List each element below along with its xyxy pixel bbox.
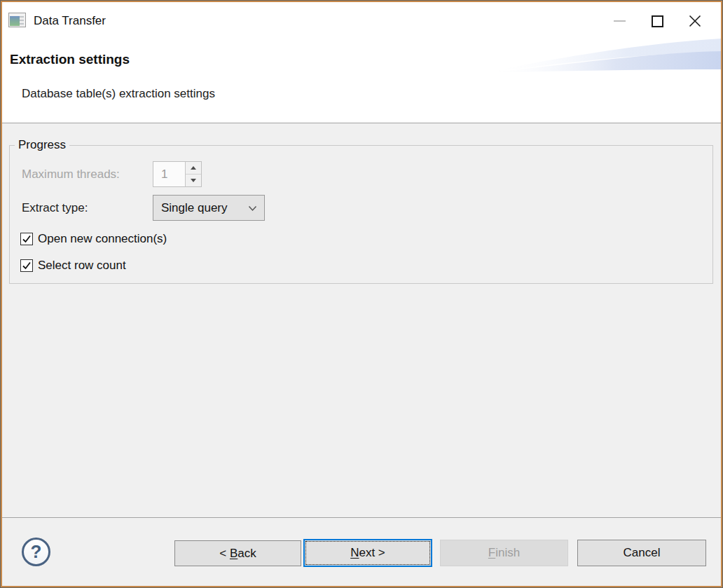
back-button-label: < Back	[219, 547, 256, 561]
question-mark-icon: ?	[31, 541, 42, 563]
minimize-icon	[614, 20, 626, 22]
checkbox-select-row-count[interactable]: Select row count	[20, 259, 126, 273]
max-threads-label: Maximum threads:	[22, 167, 120, 182]
cancel-button-label: Cancel	[624, 546, 661, 560]
footer-separator	[2, 517, 721, 518]
titlebar[interactable]: Data Transfer	[2, 2, 721, 40]
checkbox-label: Select row count	[38, 259, 126, 273]
checkbox-open-new-connections[interactable]: Open new connection(s)	[20, 232, 167, 246]
chevron-down-icon	[248, 205, 257, 212]
window-controls	[600, 2, 714, 40]
page-title: Extraction settings	[10, 52, 130, 67]
close-icon	[688, 14, 702, 28]
extract-type-value: Single query	[161, 201, 228, 215]
data-transfer-window: Data Transfer	[0, 0, 723, 588]
check-icon	[22, 234, 32, 244]
arrow-up-icon	[191, 166, 196, 170]
page-subtitle: Database table(s) extraction settings	[22, 87, 215, 101]
max-threads-value: 1	[153, 162, 185, 186]
checkbox-label: Open new connection(s)	[38, 232, 167, 246]
window-title: Data Transfer	[34, 2, 106, 40]
progress-group: Progress Maximum threads: 1 Extract type…	[9, 145, 713, 284]
maximize-button[interactable]	[638, 2, 676, 40]
check-icon	[22, 261, 32, 271]
app-icon-side	[20, 16, 24, 26]
checkbox-box	[20, 233, 33, 245]
finish-button: Finish	[440, 540, 568, 566]
close-button[interactable]	[676, 2, 714, 40]
back-button[interactable]: < Back	[174, 540, 301, 566]
spinner-down-button	[186, 175, 201, 186]
spinner-buttons	[185, 162, 201, 186]
help-button[interactable]: ?	[22, 538, 50, 566]
app-icon-pane	[10, 16, 20, 26]
maximize-icon	[652, 15, 663, 27]
minimize-button[interactable]	[600, 2, 638, 40]
checkbox-box	[20, 259, 33, 272]
app-icon	[8, 13, 26, 27]
extract-type-label: Extract type:	[22, 201, 88, 215]
arrow-down-icon	[191, 179, 196, 182]
next-button-label: Next >	[350, 546, 385, 560]
max-threads-spinner: 1	[153, 161, 202, 187]
progress-group-legend: Progress	[15, 137, 69, 153]
next-button[interactable]: Next >	[303, 539, 432, 567]
extract-type-dropdown[interactable]: Single query	[153, 195, 265, 221]
spinner-up-button	[186, 162, 201, 175]
cancel-button[interactable]: Cancel	[577, 540, 706, 566]
finish-button-label: Finish	[488, 546, 520, 560]
window-body: Data Transfer	[2, 2, 721, 586]
